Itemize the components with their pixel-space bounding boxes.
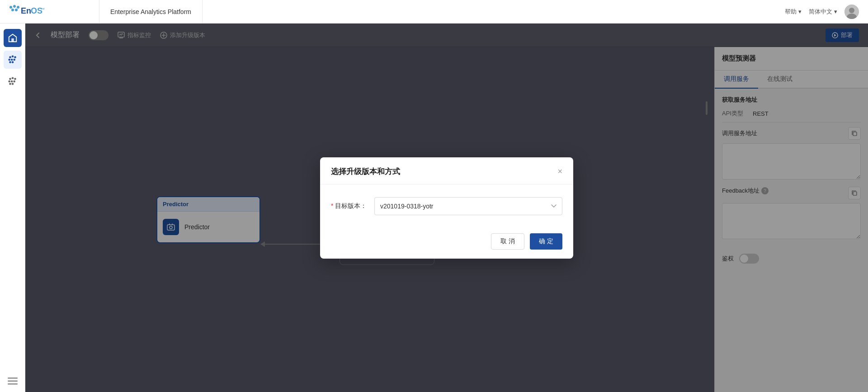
svg-point-21 bbox=[11, 77, 14, 79]
chevron-down-icon: ▾ bbox=[798, 8, 802, 15]
top-navigation: En OS ™ Enterprise Analytics Platform 帮助… bbox=[0, 0, 868, 24]
svg-rect-29 bbox=[8, 381, 18, 382]
svg-rect-11 bbox=[11, 38, 14, 42]
modal-footer: 取 消 确 定 bbox=[320, 228, 573, 259]
help-button[interactable]: 帮助 ▾ bbox=[785, 8, 802, 16]
home-icon bbox=[8, 33, 18, 43]
svg-point-13 bbox=[11, 55, 14, 57]
svg-point-22 bbox=[14, 78, 16, 80]
svg-point-20 bbox=[9, 78, 11, 80]
modal-body: * 目标版本： v201019-0318-yotr bbox=[320, 184, 573, 228]
logo: En OS ™ bbox=[7, 4, 52, 20]
svg-point-14 bbox=[14, 56, 16, 58]
app-title: Enterprise Analytics Platform bbox=[99, 0, 203, 23]
cancel-button[interactable]: 取 消 bbox=[491, 233, 524, 250]
language-button[interactable]: 简体中文 ▾ bbox=[809, 8, 837, 16]
svg-point-16 bbox=[10, 59, 13, 61]
svg-rect-30 bbox=[8, 383, 18, 385]
svg-point-9 bbox=[849, 8, 854, 13]
svg-text:™: ™ bbox=[41, 7, 45, 12]
select-chevron-icon bbox=[551, 204, 557, 208]
chevron-down-icon: ▾ bbox=[834, 8, 837, 15]
modal-title: 选择升级版本和方式 bbox=[331, 166, 400, 177]
svg-point-0 bbox=[9, 6, 12, 9]
upgrade-version-modal: 选择升级版本和方式 × * 目标版本： v201019-0318-yotr 取 … bbox=[320, 157, 573, 259]
nav-right: 帮助 ▾ 简体中文 ▾ bbox=[785, 5, 868, 19]
hamburger-icon bbox=[8, 378, 18, 385]
svg-point-23 bbox=[8, 80, 10, 83]
svg-point-27 bbox=[11, 83, 14, 85]
enos-logo-svg: En OS ™ bbox=[7, 4, 52, 20]
svg-point-17 bbox=[13, 59, 15, 61]
svg-point-15 bbox=[8, 59, 10, 61]
left-sidebar bbox=[0, 24, 25, 392]
target-version-field: * 目标版本： v201019-0318-yotr bbox=[331, 197, 562, 215]
target-version-select[interactable]: v201019-0318-yotr bbox=[374, 197, 562, 215]
settings-icon bbox=[8, 76, 18, 86]
svg-text:En: En bbox=[21, 6, 31, 15]
svg-point-25 bbox=[13, 80, 15, 83]
svg-point-4 bbox=[15, 9, 18, 11]
svg-point-1 bbox=[13, 5, 16, 8]
svg-rect-28 bbox=[8, 378, 18, 379]
modal-close-button[interactable]: × bbox=[557, 167, 562, 175]
confirm-button[interactable]: 确 定 bbox=[530, 233, 562, 250]
svg-point-26 bbox=[9, 83, 11, 85]
modal-overlay: 选择升级版本和方式 × * 目标版本： v201019-0318-yotr 取 … bbox=[25, 24, 868, 392]
required-mark: * bbox=[331, 202, 333, 209]
svg-point-19 bbox=[11, 61, 14, 63]
sidebar-item-settings[interactable] bbox=[4, 72, 22, 90]
svg-point-12 bbox=[9, 56, 11, 58]
sidebar-menu-icon[interactable] bbox=[8, 378, 18, 387]
logo-area: En OS ™ bbox=[0, 0, 99, 23]
svg-point-2 bbox=[17, 6, 19, 9]
sidebar-item-home[interactable] bbox=[4, 29, 22, 47]
modal-header: 选择升级版本和方式 × bbox=[320, 157, 573, 184]
svg-point-18 bbox=[9, 61, 11, 63]
svg-point-3 bbox=[11, 9, 14, 11]
sidebar-item-analytics[interactable] bbox=[4, 51, 22, 69]
svg-point-24 bbox=[10, 80, 13, 83]
avatar[interactable] bbox=[844, 5, 859, 19]
target-version-label: * 目标版本： bbox=[331, 202, 367, 210]
analytics-icon bbox=[8, 55, 18, 65]
